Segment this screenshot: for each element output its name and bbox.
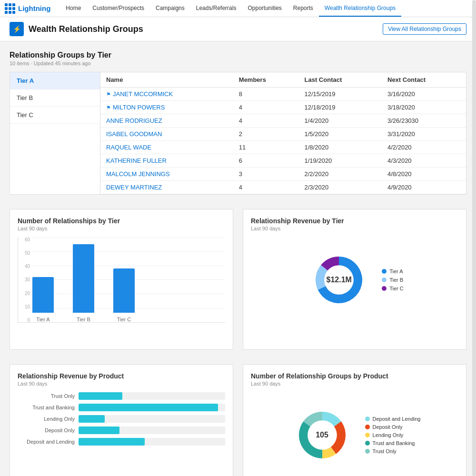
legend-item: Deposit Only [365,424,421,430]
legend-label: Tier B [389,277,403,283]
table-cell-name[interactable]: ⚑JANET MCCORMICK [100,88,233,101]
table-cell: 4/9/2020 [382,181,466,194]
hbar-fill [79,438,145,446]
table-cell: 3 [233,168,299,181]
hbar-row: Trust Only [18,392,225,400]
table-cell-name[interactable]: MALCOLM JENNINGS [100,168,233,181]
legend-item: Deposit and Lending [365,416,421,422]
table-header: Next Contact [382,72,466,88]
hbar-label: Trust Only [18,393,75,399]
bar-chart-box: Number of Relationships by Tier Last 90 … [10,209,233,350]
table-cell: 12/15/2019 [299,88,382,101]
table-cell: 4/3/2020 [382,154,466,168]
hbar-label: Trust and Banking [18,405,75,410]
page-header: ⚡ Wealth Relationship Groups View All Re… [0,17,476,41]
view-all-link[interactable]: View All Relationship Groups [383,23,466,35]
bar-chart: 6050403020100 Tier ATier BTier C [18,237,225,342]
table-cell: 2 [233,128,299,141]
table-header: Last Contact [299,72,382,88]
table-row: RAQUEL WADE111/8/20204/2/2020 [100,141,466,154]
legend-dot [382,269,387,274]
donut2-container: 105 [289,402,356,468]
table-cell: 4/2/2020 [382,141,466,154]
legend-dot [365,433,370,437]
nav-logo: Lightning [5,3,50,14]
hbar-track [79,404,225,411]
hbar-chart-box: Relationship Revenue by Product Last 90 … [10,364,233,476]
table-row: ISABEL GOODMAN21/5/20203/31/2020 [100,128,466,141]
donut2-legend: Deposit and LendingDeposit OnlyLending O… [365,416,421,454]
section-title: Relationship Groups by Tier [10,51,466,60]
legend-label: Tier A [389,268,403,274]
hbar-chart: Trust OnlyTrust and BankingLending OnlyD… [18,392,225,446]
y-axis-label: 10 [18,304,30,309]
tier-item[interactable]: Tier C [10,107,100,124]
table-cell-name[interactable]: ⚑MILTON POWERS [100,101,233,114]
table-cell-name[interactable]: ANNE RODRIGUEZ [100,114,233,128]
legend-dot [365,425,370,429]
header-left: ⚡ Wealth Relationship Groups [10,22,143,36]
table-cell: 2/3/2020 [299,181,382,194]
donut2-center-label: 105 [316,431,328,439]
nav-link-campaigns[interactable]: Campaigns [150,0,190,17]
bar-label: Tier A [36,317,50,322]
table-row: KATHERINE FULLER61/19/20204/3/2020 [100,154,466,168]
nav-links: HomeCustomer/ProspectsCampaignsLeads/Ref… [60,0,401,17]
y-axis-label: 30 [18,277,30,282]
table-cell-name[interactable]: KATHERINE FULLER [100,154,233,168]
table-cell: 3/26/23030 [382,114,466,128]
logo-text: Lightning [18,4,50,12]
table-cell: 8 [233,88,299,101]
table-cell: 6 [233,154,299,168]
table-row: ⚑JANET MCCORMICK812/15/20193/16/2020 [100,88,466,101]
hbar-chart-title: Relationship Revenue by Product [18,372,225,380]
table-cell-name[interactable]: ISABEL GOODMAN [100,128,233,141]
donut-chart-title: Relationship Revenue by Tier [251,217,458,225]
table-row: ANNE RODRIGUEZ41/4/20203/26/23030 [100,114,466,128]
nav-link-home[interactable]: Home [60,0,87,17]
legend-item: Tier A [382,268,404,274]
flag-icon: ⚑ [106,91,111,97]
charts-row-2: Relationship Revenue by Product Last 90 … [10,364,466,476]
legend-item: Lending Only [365,432,421,438]
nav-link-wealth-relationship-groups[interactable]: Wealth Relationship Groups [319,0,401,17]
hbar-fill [79,404,218,411]
table-cell: 1/4/2020 [299,114,382,128]
header-icon: ⚡ [10,22,24,36]
hbar-label: Deposit and Lending [18,439,75,445]
nav-link-reports[interactable]: Reports [288,0,319,17]
tier-item[interactable]: Tier B [10,89,100,107]
table-cell-name[interactable]: RAQUEL WADE [100,141,233,154]
tier-item[interactable]: Tier A [10,72,100,89]
donut-segment [299,421,322,458]
donut-legend: Tier ATier BTier C [382,268,404,291]
nav-link-customer-prospects[interactable]: Customer/Prospects [87,0,150,17]
legend-dot [382,286,387,291]
hbar-track [79,392,225,400]
donut-chart-subtitle: Last 90 days [251,226,458,231]
table-cell: 4 [233,114,299,128]
hbar-row: Lending Only [18,415,225,423]
legend-dot [382,278,387,282]
tier-sidebar: Tier ATier BTier C [10,72,100,194]
bar [32,277,54,313]
table-cell-name[interactable]: DEWEY MARTINEZ [100,181,233,194]
table-cell: 11 [233,141,299,154]
table-row: DEWEY MARTINEZ42/3/20204/9/2020 [100,181,466,194]
table-container: Tier ATier BTier C NameMembersLast Conta… [10,72,466,195]
hbar-row: Deposit Only [18,426,225,434]
donut-amount: $12.1M [327,276,352,284]
scrollbar[interactable] [472,0,476,476]
table-cell: 1/19/2020 [299,154,382,168]
hbar-label: Lending Only [18,416,75,422]
table-section: Relationship Groups by Tier 10 items · U… [10,51,466,195]
charts-row-1: Number of Relationships by Tier Last 90 … [10,209,466,350]
donut2-amount: 105 [316,431,328,439]
donut-section: $12.1M Tier ATier BTier C [251,237,458,323]
hbar-fill [79,392,122,400]
nav-link-opportunities[interactable]: Opportunities [242,0,287,17]
legend-label: Deposit and Lending [373,416,421,422]
main-content: Relationship Groups by Tier 10 items · U… [0,41,476,476]
bar-label: Tier C [117,317,131,322]
nav-link-leads-referrals[interactable]: Leads/Referrals [190,0,242,17]
